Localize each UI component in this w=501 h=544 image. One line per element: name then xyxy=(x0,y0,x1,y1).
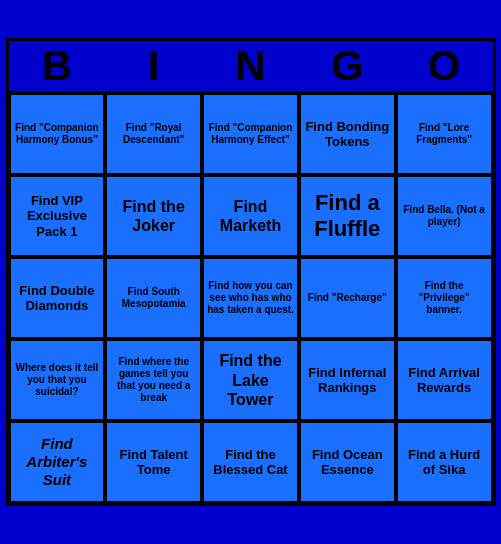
bingo-cell-2: Find "Companion Harmony Effect" xyxy=(202,93,299,175)
bingo-cell-15: Where does it tell you that you suicidal… xyxy=(9,339,106,421)
bingo-cell-22: Find the Blessed Cat xyxy=(202,421,299,503)
header-b: B xyxy=(9,41,106,91)
bingo-cell-6: Find the Joker xyxy=(105,175,202,257)
bingo-cell-13: Find "Recharge" xyxy=(299,257,396,339)
header-g: G xyxy=(299,41,396,91)
bingo-cell-10: Find Double Diamonds xyxy=(9,257,106,339)
bingo-cell-5: Find VIP Exclusive Pack 1 xyxy=(9,175,106,257)
header-i: I xyxy=(105,41,202,91)
bingo-cell-3: Find Bonding Tokens xyxy=(299,93,396,175)
bingo-card: B I N G O Find "Companion Harmony Bonus"… xyxy=(6,38,496,506)
bingo-cell-4: Find "Lore Fragments" xyxy=(396,93,493,175)
bingo-cell-9: Find Bella. (Not a player) xyxy=(396,175,493,257)
bingo-cell-17: Find the Lake Tower xyxy=(202,339,299,421)
bingo-cell-11: Find South Mesopotamia xyxy=(105,257,202,339)
bingo-cell-18: Find Infernal Rankings xyxy=(299,339,396,421)
bingo-cell-0: Find "Companion Harmony Bonus" xyxy=(9,93,106,175)
bingo-cell-24: Find a Hurd of Sika xyxy=(396,421,493,503)
bingo-cell-8: Find a Fluffle xyxy=(299,175,396,257)
bingo-cell-7: Find Marketh xyxy=(202,175,299,257)
header-n: N xyxy=(202,41,299,91)
bingo-cell-1: Find "Royal Descendant" xyxy=(105,93,202,175)
bingo-cell-16: Find where the games tell you that you n… xyxy=(105,339,202,421)
bingo-cell-12: Find how you can see who has who has tak… xyxy=(202,257,299,339)
bingo-header: B I N G O xyxy=(9,41,493,91)
header-o: O xyxy=(396,41,493,91)
bingo-cell-23: Find Ocean Essence xyxy=(299,421,396,503)
bingo-cell-14: Find the "Privilege" banner. xyxy=(396,257,493,339)
bingo-cell-20: Find Arbiter's Suit xyxy=(9,421,106,503)
bingo-cell-21: Find Talent Tome xyxy=(105,421,202,503)
bingo-cell-19: Find Arrival Rewards xyxy=(396,339,493,421)
bingo-grid: Find "Companion Harmony Bonus"Find "Roya… xyxy=(9,91,493,503)
